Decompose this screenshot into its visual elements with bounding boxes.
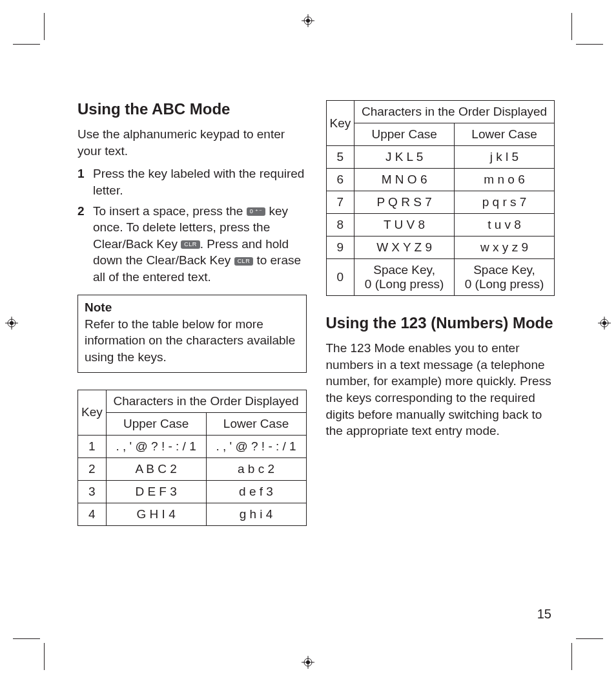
cell-lower: p q r s 7: [455, 191, 555, 214]
th-lower: Lower Case: [455, 123, 555, 146]
cell-upper: M N O 6: [354, 169, 455, 191]
crop-mark: [13, 638, 40, 639]
clr-key-icon: CLR: [181, 240, 200, 249]
table-row: 9W X Y Z 9w x y z 9: [326, 236, 555, 259]
cell-upper: J K L 5: [354, 146, 455, 169]
step-text: To insert a space, press the 0 ⁺⁻ key on…: [93, 203, 307, 286]
crop-mark: [571, 13, 572, 40]
cell-key: 0: [326, 259, 354, 296]
note-box: Note Refer to the table below for more i…: [77, 295, 307, 373]
table-row: 6M N O 6m n o 6: [326, 169, 555, 191]
crop-mark: [44, 643, 45, 670]
step-number: 2: [77, 203, 87, 286]
page-number: 15: [537, 607, 551, 622]
th-key: Key: [326, 101, 354, 146]
cell-lower: t u v 8: [455, 214, 555, 236]
crop-mark: [576, 44, 603, 45]
cell-key: 9: [326, 236, 354, 259]
cell-key: 4: [78, 503, 107, 525]
cell-lower: m n o 6: [455, 169, 555, 191]
cell-lower: . , ' @ ? ! - : / 1: [206, 435, 306, 457]
char-table-right: Key Characters in the Order Displayed Up…: [326, 100, 555, 296]
crop-mark: [576, 638, 603, 639]
cell-lower: w x y z 9: [455, 236, 555, 259]
registration-mark-icon: [598, 317, 611, 330]
th-upper: Upper Case: [106, 412, 206, 435]
registration-mark-icon: [5, 317, 18, 330]
body-123-mode: The 123 Mode enables you to enter number…: [326, 340, 555, 439]
table-row: 3D E F 3d e f 3: [78, 480, 307, 503]
th-chars: Characters in the Order Displayed: [106, 390, 306, 412]
steps-list: 1 Press the key labeled with the require…: [77, 165, 307, 285]
table-row: 0Space Key,0 (Long press)Space Key,0 (Lo…: [326, 259, 555, 296]
cell-upper: . , ' @ ? ! - : / 1: [106, 435, 206, 457]
cell-key: 8: [326, 214, 354, 236]
th-key: Key: [78, 390, 107, 435]
th-upper: Upper Case: [354, 123, 455, 146]
step-2: 2 To insert a space, press the 0 ⁺⁻ key …: [77, 203, 307, 286]
cell-upper: T U V 8: [354, 214, 455, 236]
intro-text: Use the alphanumeric keypad to enter you…: [77, 126, 307, 159]
table-row: 5J K L 5j k l 5: [326, 146, 555, 169]
note-title: Note: [85, 300, 300, 315]
th-lower: Lower Case: [206, 412, 306, 435]
th-chars: Characters in the Order Displayed: [354, 101, 555, 123]
cell-key: 1: [78, 435, 107, 457]
cell-key: 7: [326, 191, 354, 214]
crop-mark: [571, 643, 572, 670]
crop-mark: [44, 13, 45, 40]
cell-lower: Space Key,0 (Long press): [455, 259, 555, 296]
cell-key: 6: [326, 169, 354, 191]
registration-mark-icon: [302, 14, 314, 27]
cell-upper: Space Key,0 (Long press): [354, 259, 455, 296]
cell-lower: g h i 4: [206, 503, 306, 525]
table-row: 4G H I 4g h i 4: [78, 503, 307, 525]
zero-key-icon: 0 ⁺⁻: [247, 207, 266, 216]
heading-abc-mode: Using the ABC Mode: [77, 100, 307, 118]
left-column: Using the ABC Mode Use the alphanumeric …: [77, 100, 307, 605]
table-row: 7P Q R S 7p q r s 7: [326, 191, 555, 214]
cell-upper: G H I 4: [106, 503, 206, 525]
cell-lower: a b c 2: [206, 457, 306, 480]
char-table-left: Key Characters in the Order Displayed Up…: [77, 390, 307, 526]
step-text: Press the key labeled with the required …: [93, 165, 307, 198]
cell-upper: A B C 2: [106, 457, 206, 480]
crop-mark: [13, 44, 40, 45]
table-row: 8T U V 8t u v 8: [326, 214, 555, 236]
cell-key: 3: [78, 480, 107, 503]
page-content: Using the ABC Mode Use the alphanumeric …: [77, 100, 555, 605]
cell-key: 2: [78, 457, 107, 480]
note-body: Refer to the table below for more inform…: [85, 316, 300, 366]
registration-mark-icon: [302, 656, 314, 669]
heading-123-mode: Using the 123 (Numbers) Mode: [326, 314, 555, 332]
cell-lower: j k l 5: [455, 146, 555, 169]
cell-upper: D E F 3: [106, 480, 206, 503]
clr-key-icon: CLR: [234, 257, 254, 266]
step-1: 1 Press the key labeled with the require…: [77, 165, 307, 198]
table-row: 1. , ' @ ? ! - : / 1. , ' @ ? ! - : / 1: [78, 435, 307, 457]
table-row: 2A B C 2a b c 2: [78, 457, 307, 480]
cell-upper: W X Y Z 9: [354, 236, 455, 259]
cell-lower: d e f 3: [206, 480, 306, 503]
cell-upper: P Q R S 7: [354, 191, 455, 214]
step-number: 1: [77, 165, 87, 198]
right-column: Key Characters in the Order Displayed Up…: [326, 100, 555, 605]
cell-key: 5: [326, 146, 354, 169]
